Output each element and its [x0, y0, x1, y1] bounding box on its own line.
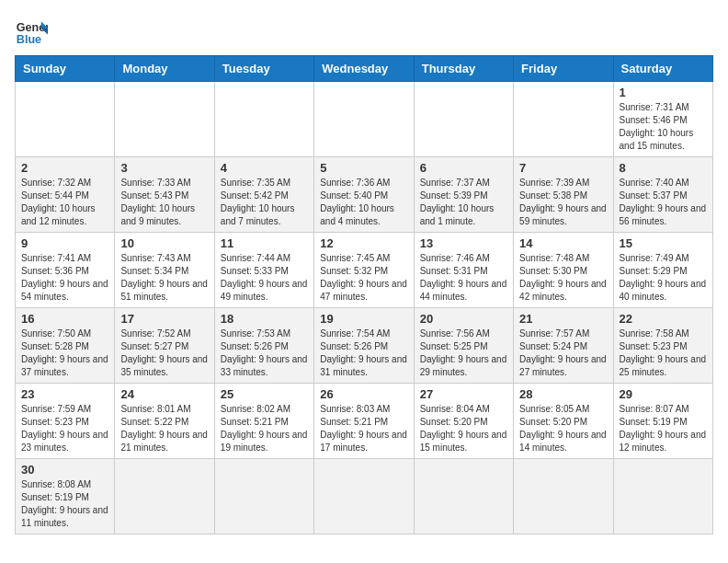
day-info: Sunrise: 7:56 AM Sunset: 5:25 PM Dayligh…	[420, 327, 507, 379]
day-cell: 26Sunrise: 8:03 AM Sunset: 5:21 PM Dayli…	[314, 384, 414, 459]
week-row-6: 30Sunrise: 8:08 AM Sunset: 5:19 PM Dayli…	[16, 459, 713, 534]
day-cell: 11Sunrise: 7:44 AM Sunset: 5:33 PM Dayli…	[214, 233, 313, 308]
day-cell: 30Sunrise: 8:08 AM Sunset: 5:19 PM Dayli…	[16, 459, 115, 534]
day-number: 27	[420, 387, 507, 401]
day-cell: 29Sunrise: 8:07 AM Sunset: 5:19 PM Dayli…	[613, 384, 712, 459]
day-number: 24	[120, 387, 208, 401]
day-cell: 6Sunrise: 7:37 AM Sunset: 5:39 PM Daylig…	[414, 157, 513, 233]
day-cell	[414, 82, 513, 157]
day-number: 4	[221, 161, 308, 175]
day-info: Sunrise: 7:39 AM Sunset: 5:38 PM Dayligh…	[519, 177, 607, 228]
weekday-header-monday: Monday	[115, 56, 214, 82]
day-number: 3	[120, 161, 208, 175]
day-info: Sunrise: 7:50 AM Sunset: 5:28 PM Dayligh…	[21, 327, 108, 379]
day-cell	[314, 459, 414, 534]
day-cell: 8Sunrise: 7:40 AM Sunset: 5:37 PM Daylig…	[613, 157, 712, 233]
day-info: Sunrise: 7:45 AM Sunset: 5:32 PM Dayligh…	[320, 252, 407, 304]
day-number: 7	[519, 161, 607, 175]
weekday-header-row: SundayMondayTuesdayWednesdayThursdayFrid…	[16, 56, 713, 82]
calendar-table: SundayMondayTuesdayWednesdayThursdayFrid…	[15, 55, 713, 534]
day-info: Sunrise: 7:32 AM Sunset: 5:44 PM Dayligh…	[21, 177, 108, 228]
day-cell	[514, 82, 613, 157]
day-number: 8	[620, 161, 707, 175]
day-number: 21	[519, 312, 607, 326]
day-info: Sunrise: 7:35 AM Sunset: 5:42 PM Dayligh…	[221, 177, 308, 228]
day-number: 25	[221, 387, 308, 401]
weekday-header-sunday: Sunday	[16, 56, 115, 82]
day-info: Sunrise: 7:52 AM Sunset: 5:27 PM Dayligh…	[120, 327, 208, 379]
day-cell: 16Sunrise: 7:50 AM Sunset: 5:28 PM Dayli…	[16, 308, 115, 384]
day-cell: 7Sunrise: 7:39 AM Sunset: 5:38 PM Daylig…	[514, 157, 613, 233]
day-info: Sunrise: 7:40 AM Sunset: 5:37 PM Dayligh…	[620, 177, 707, 228]
day-number: 28	[519, 387, 607, 401]
day-number: 10	[120, 236, 208, 250]
day-cell: 18Sunrise: 7:53 AM Sunset: 5:26 PM Dayli…	[214, 308, 313, 384]
day-cell: 24Sunrise: 8:01 AM Sunset: 5:22 PM Dayli…	[115, 384, 214, 459]
day-number: 5	[320, 161, 407, 175]
day-number: 13	[420, 236, 507, 250]
day-number: 15	[620, 236, 707, 250]
day-info: Sunrise: 8:02 AM Sunset: 5:21 PM Dayligh…	[221, 403, 308, 454]
day-number: 12	[320, 236, 407, 250]
day-number: 2	[21, 161, 108, 175]
day-info: Sunrise: 7:57 AM Sunset: 5:24 PM Dayligh…	[519, 327, 607, 379]
day-info: Sunrise: 7:43 AM Sunset: 5:34 PM Dayligh…	[120, 252, 208, 304]
week-row-1: 1Sunrise: 7:31 AM Sunset: 5:46 PM Daylig…	[16, 82, 713, 157]
day-info: Sunrise: 7:54 AM Sunset: 5:26 PM Dayligh…	[320, 327, 407, 379]
day-cell	[314, 82, 414, 157]
day-cell: 3Sunrise: 7:33 AM Sunset: 5:43 PM Daylig…	[115, 157, 214, 233]
day-cell: 12Sunrise: 7:45 AM Sunset: 5:32 PM Dayli…	[314, 233, 414, 308]
day-info: Sunrise: 7:44 AM Sunset: 5:33 PM Dayligh…	[221, 252, 308, 304]
day-cell	[214, 82, 313, 157]
day-cell: 4Sunrise: 7:35 AM Sunset: 5:42 PM Daylig…	[214, 157, 313, 233]
week-row-5: 23Sunrise: 7:59 AM Sunset: 5:23 PM Dayli…	[16, 384, 713, 459]
day-cell: 27Sunrise: 8:04 AM Sunset: 5:20 PM Dayli…	[414, 384, 513, 459]
day-cell: 22Sunrise: 7:58 AM Sunset: 5:23 PM Dayli…	[613, 308, 712, 384]
day-cell: 2Sunrise: 7:32 AM Sunset: 5:44 PM Daylig…	[16, 157, 115, 233]
day-info: Sunrise: 7:53 AM Sunset: 5:26 PM Dayligh…	[221, 327, 308, 379]
day-info: Sunrise: 8:03 AM Sunset: 5:21 PM Dayligh…	[320, 403, 407, 454]
day-info: Sunrise: 8:07 AM Sunset: 5:19 PM Dayligh…	[620, 403, 707, 454]
day-number: 22	[620, 312, 707, 326]
weekday-header-wednesday: Wednesday	[314, 56, 414, 82]
day-cell: 13Sunrise: 7:46 AM Sunset: 5:31 PM Dayli…	[414, 233, 513, 308]
day-number: 6	[420, 161, 507, 175]
day-info: Sunrise: 7:37 AM Sunset: 5:39 PM Dayligh…	[420, 177, 507, 228]
day-cell: 23Sunrise: 7:59 AM Sunset: 5:23 PM Dayli…	[16, 384, 115, 459]
day-number: 11	[221, 236, 308, 250]
day-number: 18	[221, 312, 308, 326]
week-row-3: 9Sunrise: 7:41 AM Sunset: 5:36 PM Daylig…	[16, 233, 713, 308]
day-cell: 14Sunrise: 7:48 AM Sunset: 5:30 PM Dayli…	[514, 233, 613, 308]
day-number: 23	[21, 387, 108, 401]
day-cell: 28Sunrise: 8:05 AM Sunset: 5:20 PM Dayli…	[514, 384, 613, 459]
day-cell	[16, 82, 115, 157]
day-info: Sunrise: 7:58 AM Sunset: 5:23 PM Dayligh…	[620, 327, 707, 379]
day-cell: 9Sunrise: 7:41 AM Sunset: 5:36 PM Daylig…	[16, 233, 115, 308]
day-number: 14	[519, 236, 607, 250]
day-number: 9	[21, 236, 108, 250]
day-number: 19	[320, 312, 407, 326]
day-number: 17	[120, 312, 208, 326]
day-info: Sunrise: 7:48 AM Sunset: 5:30 PM Dayligh…	[519, 252, 607, 304]
day-info: Sunrise: 8:08 AM Sunset: 5:19 PM Dayligh…	[21, 478, 108, 530]
weekday-header-saturday: Saturday	[613, 56, 712, 82]
day-cell	[414, 459, 513, 534]
week-row-4: 16Sunrise: 7:50 AM Sunset: 5:28 PM Dayli…	[16, 308, 713, 384]
day-cell: 19Sunrise: 7:54 AM Sunset: 5:26 PM Dayli…	[314, 308, 414, 384]
day-info: Sunrise: 7:59 AM Sunset: 5:23 PM Dayligh…	[21, 403, 108, 454]
day-cell	[613, 459, 712, 534]
day-info: Sunrise: 8:05 AM Sunset: 5:20 PM Dayligh…	[519, 403, 607, 454]
logo-icon: General Blue	[15, 15, 48, 48]
day-cell	[514, 459, 613, 534]
day-info: Sunrise: 7:49 AM Sunset: 5:29 PM Dayligh…	[620, 252, 707, 304]
day-cell	[115, 459, 214, 534]
day-number: 20	[420, 312, 507, 326]
day-cell: 25Sunrise: 8:02 AM Sunset: 5:21 PM Dayli…	[214, 384, 313, 459]
day-info: Sunrise: 8:01 AM Sunset: 5:22 PM Dayligh…	[120, 403, 208, 454]
day-info: Sunrise: 7:31 AM Sunset: 5:46 PM Dayligh…	[620, 101, 707, 153]
day-cell: 17Sunrise: 7:52 AM Sunset: 5:27 PM Dayli…	[115, 308, 214, 384]
day-number: 30	[21, 463, 108, 477]
week-row-2: 2Sunrise: 7:32 AM Sunset: 5:44 PM Daylig…	[16, 157, 713, 233]
day-cell	[115, 82, 214, 157]
weekday-header-friday: Friday	[514, 56, 613, 82]
